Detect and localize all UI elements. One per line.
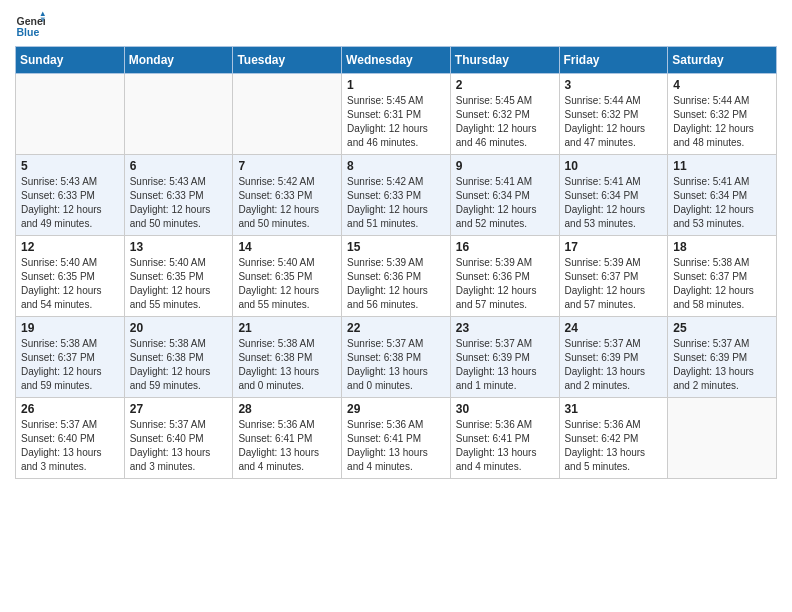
calendar-cell: 26Sunrise: 5:37 AM Sunset: 6:40 PM Dayli…: [16, 398, 125, 479]
calendar-week-row: 1Sunrise: 5:45 AM Sunset: 6:31 PM Daylig…: [16, 74, 777, 155]
day-header-friday: Friday: [559, 47, 668, 74]
day-info: Sunrise: 5:43 AM Sunset: 6:33 PM Dayligh…: [130, 175, 228, 231]
calendar-cell: 19Sunrise: 5:38 AM Sunset: 6:37 PM Dayli…: [16, 317, 125, 398]
day-number: 1: [347, 78, 445, 92]
calendar-cell: 30Sunrise: 5:36 AM Sunset: 6:41 PM Dayli…: [450, 398, 559, 479]
calendar-cell: 14Sunrise: 5:40 AM Sunset: 6:35 PM Dayli…: [233, 236, 342, 317]
day-info: Sunrise: 5:37 AM Sunset: 6:39 PM Dayligh…: [565, 337, 663, 393]
day-number: 13: [130, 240, 228, 254]
calendar-cell: [16, 74, 125, 155]
day-number: 16: [456, 240, 554, 254]
calendar-cell: [233, 74, 342, 155]
calendar-cell: 20Sunrise: 5:38 AM Sunset: 6:38 PM Dayli…: [124, 317, 233, 398]
day-header-monday: Monday: [124, 47, 233, 74]
day-info: Sunrise: 5:38 AM Sunset: 6:38 PM Dayligh…: [130, 337, 228, 393]
day-info: Sunrise: 5:37 AM Sunset: 6:38 PM Dayligh…: [347, 337, 445, 393]
calendar-cell: 4Sunrise: 5:44 AM Sunset: 6:32 PM Daylig…: [668, 74, 777, 155]
day-info: Sunrise: 5:37 AM Sunset: 6:39 PM Dayligh…: [456, 337, 554, 393]
day-info: Sunrise: 5:39 AM Sunset: 6:36 PM Dayligh…: [456, 256, 554, 312]
calendar-cell: 12Sunrise: 5:40 AM Sunset: 6:35 PM Dayli…: [16, 236, 125, 317]
calendar-header-row: SundayMondayTuesdayWednesdayThursdayFrid…: [16, 47, 777, 74]
page-header: General Blue: [15, 10, 777, 40]
calendar-week-row: 26Sunrise: 5:37 AM Sunset: 6:40 PM Dayli…: [16, 398, 777, 479]
day-info: Sunrise: 5:45 AM Sunset: 6:31 PM Dayligh…: [347, 94, 445, 150]
day-info: Sunrise: 5:37 AM Sunset: 6:39 PM Dayligh…: [673, 337, 771, 393]
calendar-cell: 17Sunrise: 5:39 AM Sunset: 6:37 PM Dayli…: [559, 236, 668, 317]
day-number: 8: [347, 159, 445, 173]
day-number: 15: [347, 240, 445, 254]
calendar-cell: [668, 398, 777, 479]
calendar-cell: 11Sunrise: 5:41 AM Sunset: 6:34 PM Dayli…: [668, 155, 777, 236]
day-info: Sunrise: 5:41 AM Sunset: 6:34 PM Dayligh…: [673, 175, 771, 231]
day-number: 4: [673, 78, 771, 92]
day-number: 7: [238, 159, 336, 173]
calendar-cell: 23Sunrise: 5:37 AM Sunset: 6:39 PM Dayli…: [450, 317, 559, 398]
calendar-cell: 13Sunrise: 5:40 AM Sunset: 6:35 PM Dayli…: [124, 236, 233, 317]
day-number: 30: [456, 402, 554, 416]
day-number: 3: [565, 78, 663, 92]
calendar-cell: 31Sunrise: 5:36 AM Sunset: 6:42 PM Dayli…: [559, 398, 668, 479]
day-info: Sunrise: 5:39 AM Sunset: 6:37 PM Dayligh…: [565, 256, 663, 312]
day-info: Sunrise: 5:40 AM Sunset: 6:35 PM Dayligh…: [130, 256, 228, 312]
day-number: 28: [238, 402, 336, 416]
day-number: 18: [673, 240, 771, 254]
calendar-cell: [124, 74, 233, 155]
day-number: 27: [130, 402, 228, 416]
day-number: 6: [130, 159, 228, 173]
day-info: Sunrise: 5:41 AM Sunset: 6:34 PM Dayligh…: [565, 175, 663, 231]
day-info: Sunrise: 5:37 AM Sunset: 6:40 PM Dayligh…: [21, 418, 119, 474]
day-info: Sunrise: 5:38 AM Sunset: 6:37 PM Dayligh…: [21, 337, 119, 393]
calendar-cell: 9Sunrise: 5:41 AM Sunset: 6:34 PM Daylig…: [450, 155, 559, 236]
calendar-week-row: 19Sunrise: 5:38 AM Sunset: 6:37 PM Dayli…: [16, 317, 777, 398]
day-header-wednesday: Wednesday: [342, 47, 451, 74]
day-header-saturday: Saturday: [668, 47, 777, 74]
calendar-week-row: 12Sunrise: 5:40 AM Sunset: 6:35 PM Dayli…: [16, 236, 777, 317]
calendar-cell: 25Sunrise: 5:37 AM Sunset: 6:39 PM Dayli…: [668, 317, 777, 398]
day-number: 19: [21, 321, 119, 335]
svg-text:Blue: Blue: [17, 26, 40, 38]
calendar-cell: 18Sunrise: 5:38 AM Sunset: 6:37 PM Dayli…: [668, 236, 777, 317]
day-info: Sunrise: 5:44 AM Sunset: 6:32 PM Dayligh…: [565, 94, 663, 150]
calendar-week-row: 5Sunrise: 5:43 AM Sunset: 6:33 PM Daylig…: [16, 155, 777, 236]
day-info: Sunrise: 5:36 AM Sunset: 6:41 PM Dayligh…: [347, 418, 445, 474]
day-info: Sunrise: 5:43 AM Sunset: 6:33 PM Dayligh…: [21, 175, 119, 231]
day-info: Sunrise: 5:36 AM Sunset: 6:41 PM Dayligh…: [238, 418, 336, 474]
calendar-table: SundayMondayTuesdayWednesdayThursdayFrid…: [15, 46, 777, 479]
day-info: Sunrise: 5:44 AM Sunset: 6:32 PM Dayligh…: [673, 94, 771, 150]
calendar-cell: 28Sunrise: 5:36 AM Sunset: 6:41 PM Dayli…: [233, 398, 342, 479]
day-header-sunday: Sunday: [16, 47, 125, 74]
day-number: 21: [238, 321, 336, 335]
calendar-cell: 22Sunrise: 5:37 AM Sunset: 6:38 PM Dayli…: [342, 317, 451, 398]
day-header-tuesday: Tuesday: [233, 47, 342, 74]
day-info: Sunrise: 5:36 AM Sunset: 6:41 PM Dayligh…: [456, 418, 554, 474]
calendar-cell: 8Sunrise: 5:42 AM Sunset: 6:33 PM Daylig…: [342, 155, 451, 236]
day-info: Sunrise: 5:38 AM Sunset: 6:37 PM Dayligh…: [673, 256, 771, 312]
calendar-cell: 2Sunrise: 5:45 AM Sunset: 6:32 PM Daylig…: [450, 74, 559, 155]
day-number: 20: [130, 321, 228, 335]
calendar-cell: 3Sunrise: 5:44 AM Sunset: 6:32 PM Daylig…: [559, 74, 668, 155]
day-info: Sunrise: 5:38 AM Sunset: 6:38 PM Dayligh…: [238, 337, 336, 393]
day-number: 31: [565, 402, 663, 416]
day-info: Sunrise: 5:42 AM Sunset: 6:33 PM Dayligh…: [347, 175, 445, 231]
day-info: Sunrise: 5:40 AM Sunset: 6:35 PM Dayligh…: [21, 256, 119, 312]
day-info: Sunrise: 5:39 AM Sunset: 6:36 PM Dayligh…: [347, 256, 445, 312]
day-number: 26: [21, 402, 119, 416]
day-info: Sunrise: 5:41 AM Sunset: 6:34 PM Dayligh…: [456, 175, 554, 231]
calendar-cell: 1Sunrise: 5:45 AM Sunset: 6:31 PM Daylig…: [342, 74, 451, 155]
calendar-cell: 29Sunrise: 5:36 AM Sunset: 6:41 PM Dayli…: [342, 398, 451, 479]
calendar-cell: 24Sunrise: 5:37 AM Sunset: 6:39 PM Dayli…: [559, 317, 668, 398]
calendar-cell: 5Sunrise: 5:43 AM Sunset: 6:33 PM Daylig…: [16, 155, 125, 236]
calendar-cell: 27Sunrise: 5:37 AM Sunset: 6:40 PM Dayli…: [124, 398, 233, 479]
calendar-cell: 7Sunrise: 5:42 AM Sunset: 6:33 PM Daylig…: [233, 155, 342, 236]
day-number: 29: [347, 402, 445, 416]
calendar-cell: 21Sunrise: 5:38 AM Sunset: 6:38 PM Dayli…: [233, 317, 342, 398]
calendar-cell: 10Sunrise: 5:41 AM Sunset: 6:34 PM Dayli…: [559, 155, 668, 236]
day-info: Sunrise: 5:36 AM Sunset: 6:42 PM Dayligh…: [565, 418, 663, 474]
day-number: 17: [565, 240, 663, 254]
day-number: 25: [673, 321, 771, 335]
day-info: Sunrise: 5:40 AM Sunset: 6:35 PM Dayligh…: [238, 256, 336, 312]
day-number: 23: [456, 321, 554, 335]
day-header-thursday: Thursday: [450, 47, 559, 74]
day-info: Sunrise: 5:42 AM Sunset: 6:33 PM Dayligh…: [238, 175, 336, 231]
day-number: 11: [673, 159, 771, 173]
